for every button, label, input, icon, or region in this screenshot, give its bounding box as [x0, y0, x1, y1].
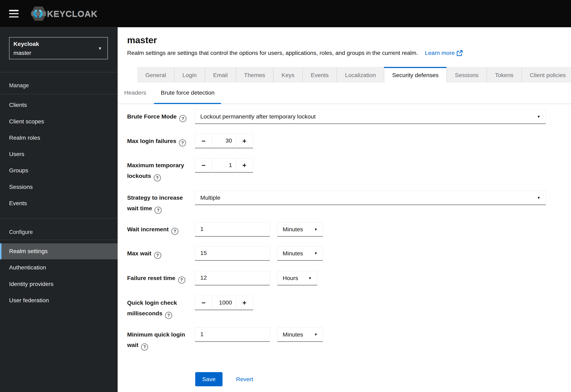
increment-button[interactable]: +: [236, 296, 253, 310]
max-login-failures-input[interactable]: [212, 134, 236, 148]
save-button[interactable]: Save: [195, 372, 223, 386]
brand-text: KEYCLOAK: [47, 9, 97, 19]
tab-localization[interactable]: Localization: [337, 67, 384, 83]
help-icon[interactable]: ?: [179, 115, 186, 122]
caret-down-icon: ▼: [303, 276, 312, 280]
security-defenses-subtabs: Headers Brute force detection: [118, 85, 571, 104]
caret-down-icon: ▼: [98, 46, 102, 50]
wait-increment-unit-select[interactable]: Minutes ▼: [277, 222, 323, 237]
keycloak-admin-console: KEYCLOAK Keycloak master ▼ Manage Client…: [0, 0, 571, 392]
form-row-minimum-quick-login-wait: Minimum quick login wait? Minutes ▼: [127, 327, 323, 350]
max-wait-label: Max wait?: [127, 246, 195, 259]
subtab-headers[interactable]: Headers: [119, 85, 152, 104]
quick-login-check-milliseconds-label: Quick login check milliseconds?: [127, 296, 195, 319]
help-icon[interactable]: ?: [155, 207, 162, 214]
decrement-button[interactable]: −: [195, 134, 212, 148]
divider: [0, 240, 118, 240]
form-row-max-wait: Max wait? Minutes ▼: [127, 246, 323, 261]
help-icon[interactable]: ?: [179, 139, 186, 147]
tab-login[interactable]: Login: [174, 67, 205, 83]
failure-reset-time-input[interactable]: [195, 271, 270, 286]
sidebar-nav: Keycloak master ▼ Manage Clients Client …: [0, 27, 118, 392]
tab-events[interactable]: Events: [302, 67, 337, 83]
max-wait-unit-value: Minutes: [283, 250, 303, 257]
sidebar-item-authentication[interactable]: Authentication: [0, 260, 118, 276]
sidebar-item-identity-providers[interactable]: Identity providers: [0, 276, 118, 292]
brute-force-mode-select[interactable]: Lockout permanently after temporary lock…: [195, 110, 546, 124]
help-icon[interactable]: ?: [154, 174, 161, 182]
max-login-failures-label: Max login failures?: [127, 134, 195, 146]
tab-security-defenses[interactable]: Security defenses: [384, 67, 447, 83]
caret-down-icon: ▼: [309, 227, 317, 231]
nav-toggle-hamburger-icon[interactable]: [9, 10, 19, 17]
form-row-quick-login-check-milliseconds: Quick login check milliseconds? − +: [127, 296, 253, 319]
max-wait-input[interactable]: [195, 246, 270, 261]
form-row-maximum-temporary-lockouts: Maximum temporary lockouts? − +: [127, 158, 253, 182]
form-row-failure-reset-time: Failure reset time? Hours ▼: [127, 271, 317, 286]
tab-tokens[interactable]: Tokens: [487, 67, 522, 83]
wait-increment-label: Wait increment?: [127, 222, 195, 235]
failure-reset-time-unit-value: Hours: [283, 275, 298, 281]
minimum-quick-login-wait-unit-select[interactable]: Minutes ▼: [277, 327, 323, 342]
caret-down-icon: ▼: [309, 333, 317, 336]
external-link-icon: [457, 50, 463, 56]
wait-increment-unit-value: Minutes: [283, 226, 303, 233]
sidebar-item-user-federation[interactable]: User federation: [0, 293, 118, 308]
divider: [0, 94, 118, 94]
revert-link[interactable]: Revert: [236, 372, 253, 386]
tab-sessions[interactable]: Sessions: [447, 67, 487, 83]
tab-general[interactable]: General: [137, 67, 174, 83]
form-row-wait-increment: Wait increment? Minutes ▼: [127, 222, 323, 237]
wait-increment-input[interactable]: [195, 222, 270, 237]
help-icon[interactable]: ?: [141, 343, 148, 351]
divider: [0, 72, 118, 72]
minimum-quick-login-wait-input[interactable]: [195, 327, 270, 342]
max-login-failures-stepper: − +: [195, 134, 253, 148]
divider: [0, 218, 118, 219]
tab-client-policies[interactable]: Client policies: [521, 67, 571, 83]
maximum-temporary-lockouts-input[interactable]: [212, 159, 236, 172]
tab-keys[interactable]: Keys: [273, 67, 302, 83]
tab-email[interactable]: Email: [205, 67, 236, 83]
sidebar-item-realm-settings[interactable]: Realm settings: [0, 243, 118, 259]
realm-selector[interactable]: Keycloak master ▼: [9, 37, 108, 59]
sidebar-item-events[interactable]: Events: [0, 196, 118, 211]
caret-down-icon: ▼: [532, 115, 541, 119]
caret-down-icon: ▼: [309, 251, 317, 255]
maximum-temporary-lockouts-stepper: − +: [195, 158, 253, 173]
help-icon[interactable]: ?: [171, 228, 179, 235]
sidebar-item-sessions[interactable]: Sessions: [0, 179, 118, 195]
increment-button[interactable]: +: [236, 158, 253, 173]
help-icon[interactable]: ?: [178, 276, 185, 284]
decrement-button[interactable]: −: [195, 158, 212, 173]
masthead: KEYCLOAK: [0, 0, 571, 27]
realm-selector-current: master: [14, 48, 95, 57]
keycloak-logo-icon: [31, 7, 46, 21]
form-row-max-login-failures: Max login failures? − +: [127, 134, 253, 148]
sidebar-item-users[interactable]: Users: [0, 146, 118, 162]
quick-login-check-milliseconds-input[interactable]: [212, 296, 236, 310]
brute-force-mode-label: Brute Force Mode?: [127, 110, 195, 122]
strategy-to-increase-wait-time-select[interactable]: Multiple ▼: [195, 191, 546, 205]
strategy-to-increase-wait-time-label: Strategy to increase wait time?: [127, 191, 195, 214]
sidebar-item-realm-roles[interactable]: Realm roles: [0, 130, 118, 146]
learn-more-link[interactable]: Learn more: [425, 50, 463, 57]
quick-login-check-milliseconds-stepper: − +: [195, 296, 253, 310]
nav-section-configure: Configure: [9, 228, 33, 236]
minimum-quick-login-wait-unit-value: Minutes: [283, 331, 303, 338]
page-description: Realm settings are settings that control…: [127, 50, 463, 57]
keycloak-logo: KEYCLOAK: [31, 7, 98, 21]
tab-themes[interactable]: Themes: [236, 67, 273, 83]
max-wait-unit-select[interactable]: Minutes ▼: [277, 246, 323, 261]
sidebar-item-groups[interactable]: Groups: [0, 163, 118, 179]
decrement-button[interactable]: −: [195, 296, 212, 310]
strategy-value: Multiple: [200, 194, 220, 201]
form-row-strategy-to-increase-wait-time: Strategy to increase wait time? Multiple…: [127, 191, 546, 214]
help-icon[interactable]: ?: [165, 312, 172, 319]
sidebar-item-client-scopes[interactable]: Client scopes: [0, 113, 118, 129]
sidebar-item-clients[interactable]: Clients: [0, 97, 118, 113]
increment-button[interactable]: +: [236, 134, 253, 148]
subtab-brute-force-detection[interactable]: Brute force detection: [154, 85, 221, 104]
failure-reset-time-unit-select[interactable]: Hours ▼: [277, 271, 317, 286]
help-icon[interactable]: ?: [154, 252, 161, 259]
